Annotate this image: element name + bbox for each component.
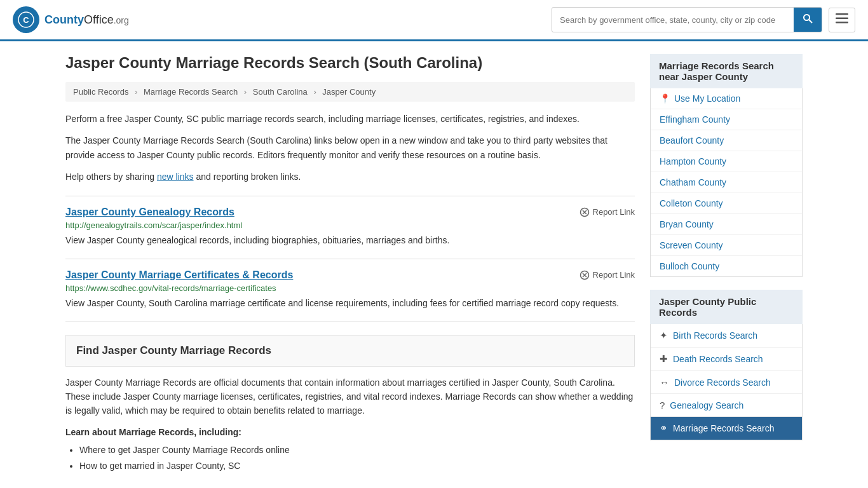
content-area: Jasper County Marriage Records Search (S… — [65, 54, 635, 474]
nearby-county-link-5[interactable]: Bryan County — [660, 219, 714, 229]
svg-rect-6 — [836, 22, 848, 24]
logo-text: CountyOffice.org — [44, 13, 129, 27]
genealogy-icon: ? — [660, 400, 665, 410]
public-record-0: ✦ Birth Records Search — [651, 324, 802, 348]
public-record-4: ⚭ Marriage Records Search — [651, 417, 802, 440]
find-desc: Jasper County Marriage Records are offic… — [65, 376, 635, 418]
svg-text:C: C — [23, 15, 29, 25]
search-input[interactable] — [552, 10, 794, 30]
nearby-county-3: Chatham County — [651, 172, 802, 193]
record-block-1: Jasper County Marriage Certificates & Re… — [65, 259, 635, 310]
logo-icon: C — [13, 6, 39, 33]
location-pin-icon: 📍 — [660, 93, 670, 104]
learn-list: Where to get Jasper County Marriage Reco… — [65, 442, 635, 474]
description-block: Perform a free Jasper County, SC public … — [65, 112, 635, 184]
record-desc-1: View Jasper County, South Carolina marri… — [65, 297, 635, 310]
breadcrumb-marriage-records[interactable]: Marriage Records Search — [144, 87, 238, 97]
death-records-link[interactable]: Death Records Search — [673, 354, 763, 364]
public-records-heading: Jasper County Public Records — [650, 290, 803, 324]
nearby-county-1: Beaufort County — [651, 130, 802, 151]
report-link-btn-0[interactable]: Report Link — [580, 207, 635, 217]
new-links-link[interactable]: new links — [157, 172, 194, 182]
public-record-2: ↔ Divorce Records Search — [651, 371, 802, 394]
search-bar — [552, 7, 822, 32]
marriage-records-link[interactable]: Marriage Records Search — [673, 423, 775, 433]
divorce-records-link[interactable]: Divorce Records Search — [674, 377, 771, 388]
nearby-heading: Marriage Records Search near Jasper Coun… — [650, 54, 803, 88]
record-title-1[interactable]: Jasper County Marriage Certificates & Re… — [65, 269, 293, 281]
header-right — [552, 7, 855, 32]
nearby-section: Marriage Records Search near Jasper Coun… — [650, 54, 803, 277]
nearby-county-link-6[interactable]: Screven County — [660, 240, 723, 250]
public-records-section: Jasper County Public Records ✦ Birth Rec… — [650, 290, 803, 440]
desc-para3: Help others by sharing new links and rep… — [65, 170, 635, 184]
record-url-0: http://genealogytrails.com/scar/jasper/i… — [65, 220, 635, 230]
nearby-county-link-2[interactable]: Hampton County — [660, 156, 726, 166]
nearby-county-link-3[interactable]: Chatham County — [660, 177, 726, 187]
learn-item-0: Where to get Jasper County Marriage Reco… — [79, 442, 635, 458]
divider — [65, 196, 635, 196]
marriage-icon: ⚭ — [660, 423, 668, 434]
breadcrumb-south-carolina[interactable]: South Carolina — [253, 87, 308, 97]
nearby-county-2: Hampton County — [651, 151, 802, 172]
nearby-county-0: Effingham County — [651, 109, 802, 130]
report-icon-0 — [580, 207, 590, 217]
record-title-0[interactable]: Jasper County Genealogy Records — [65, 207, 234, 218]
desc-para1: Perform a free Jasper County, SC public … — [65, 112, 635, 126]
record-url-1: https://www.scdhec.gov/vital-records/mar… — [65, 283, 635, 293]
breadcrumb-current: Jasper County — [322, 87, 376, 97]
birth-icon: ✦ — [660, 330, 668, 341]
find-heading: Find Jasper County Marriage Records — [76, 344, 624, 357]
death-icon: ✚ — [660, 353, 668, 365]
learn-item-1: How to get married in Jasper County, SC — [79, 458, 635, 474]
breadcrumb: Public Records › Marriage Records Search… — [65, 82, 635, 102]
svg-rect-4 — [836, 13, 848, 15]
divider-1 — [65, 259, 635, 259]
find-section: Find Jasper County Marriage Records — [65, 335, 635, 367]
svg-line-3 — [809, 20, 812, 23]
site-header: C CountyOffice.org — [0, 0, 868, 41]
use-location-link[interactable]: Use My Location — [674, 93, 740, 104]
learn-title: Learn about Marriage Records, including: — [65, 427, 635, 437]
public-record-3: ? Genealogy Search — [651, 394, 802, 417]
public-record-1: ✚ Death Records Search — [651, 348, 802, 371]
desc-para2: The Jasper County Marriage Records Searc… — [65, 133, 635, 162]
search-button[interactable] — [794, 8, 822, 32]
sidebar: Marriage Records Search near Jasper Coun… — [650, 54, 803, 474]
divider-2 — [65, 322, 635, 322]
nearby-county-link-4[interactable]: Colleton County — [660, 198, 723, 208]
nearby-county-link-0[interactable]: Effingham County — [660, 114, 730, 125]
nearby-county-6: Screven County — [651, 235, 802, 256]
report-link-btn-1[interactable]: Report Link — [580, 270, 635, 280]
page-title: Jasper County Marriage Records Search (S… — [65, 54, 635, 72]
breadcrumb-public-records[interactable]: Public Records — [73, 87, 128, 97]
use-location-item: 📍 Use My Location — [651, 88, 802, 109]
nearby-county-5: Bryan County — [651, 214, 802, 235]
nearby-list: 📍 Use My Location Effingham County Beauf… — [650, 88, 803, 277]
hamburger-button[interactable] — [829, 8, 855, 32]
main-container: Jasper County Marriage Records Search (S… — [53, 41, 815, 487]
record-header-0: Jasper County Genealogy Records Report L… — [65, 207, 635, 218]
nearby-county-4: Colleton County — [651, 193, 802, 214]
svg-rect-5 — [836, 17, 848, 19]
nearby-county-link-7[interactable]: Bulloch County — [660, 261, 719, 271]
record-header-1: Jasper County Marriage Certificates & Re… — [65, 269, 635, 281]
public-records-list: ✦ Birth Records Search ✚ Death Records S… — [650, 324, 803, 440]
divorce-icon: ↔ — [660, 377, 669, 388]
birth-records-link[interactable]: Birth Records Search — [673, 330, 757, 341]
report-icon-1 — [580, 270, 590, 280]
logo-area: C CountyOffice.org — [13, 6, 129, 33]
nearby-county-link-1[interactable]: Beaufort County — [660, 135, 724, 146]
record-block-0: Jasper County Genealogy Records Report L… — [65, 196, 635, 247]
record-desc-0: View Jasper County genealogical records,… — [65, 234, 635, 247]
nearby-county-7: Bulloch County — [651, 256, 802, 276]
genealogy-search-link[interactable]: Genealogy Search — [670, 400, 743, 410]
svg-point-2 — [804, 15, 810, 20]
